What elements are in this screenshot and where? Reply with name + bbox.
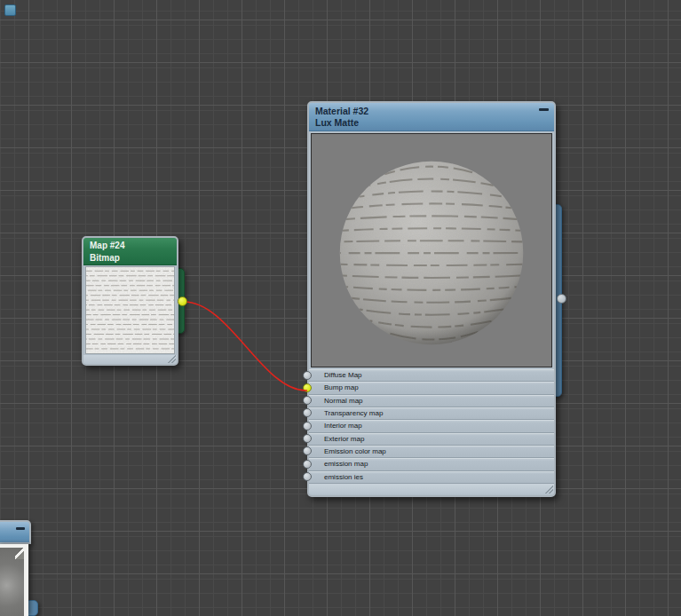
partial-node-output-tab[interactable] <box>28 600 38 616</box>
slot-label: Interior map <box>309 420 554 431</box>
input-socket[interactable] <box>303 422 312 430</box>
bitmap-node-subtitle: Bitmap <box>90 252 177 264</box>
bitmap-node-header[interactable]: Map #24 Bitmap <box>83 238 177 265</box>
input-socket[interactable] <box>303 460 312 469</box>
material-node-header[interactable]: Material #32 Lux Matte <box>309 103 554 131</box>
collapse-minus-icon[interactable] <box>539 108 549 111</box>
slot-label: Diffuse Map <box>309 369 554 381</box>
slot-label: Bump map <box>309 382 554 393</box>
input-socket[interactable] <box>303 371 312 380</box>
slot-label: Transparency map <box>309 407 554 419</box>
slot-emission-color-map[interactable]: Emission color map <box>309 446 554 458</box>
resize-grip-icon[interactable] <box>543 484 553 494</box>
material-output-socket[interactable] <box>557 294 566 304</box>
minimized-node-marker[interactable] <box>4 4 16 16</box>
slot-interior-map[interactable]: Interior map <box>309 420 554 432</box>
material-preview[interactable] <box>311 133 552 367</box>
slot-emission-ies[interactable]: emission ies <box>309 471 554 484</box>
material-node-footer <box>309 484 554 494</box>
input-socket-connected[interactable] <box>303 383 312 392</box>
material-node-subtitle: Lux Matte <box>315 117 554 129</box>
material-slot-list: Diffuse MapBump mapNormal mapTransparenc… <box>309 369 554 484</box>
brick-texture-image <box>86 267 174 353</box>
slot-label: Normal map <box>309 395 554 407</box>
slot-bump-map[interactable]: Bump map <box>309 382 554 394</box>
slot-transparency-map[interactable]: Transparency map <box>309 407 554 420</box>
partial-node-header[interactable] <box>0 520 31 544</box>
slot-diffuse-map[interactable]: Diffuse Map <box>309 369 554 382</box>
node-graph-canvas[interactable]: Material #32 Lux Matte <box>0 0 681 616</box>
slot-label: emission map <box>309 458 554 470</box>
bitmap-output-socket[interactable] <box>178 296 187 306</box>
slot-exterior-map[interactable]: Exterior map <box>309 433 554 446</box>
resize-grip-icon[interactable] <box>166 353 176 363</box>
bitmap-node-title: Map #24 <box>90 240 177 252</box>
material-sphere-preview <box>312 134 551 367</box>
partial-node-corner-notch <box>15 548 24 559</box>
material-node[interactable]: Material #32 Lux Matte <box>307 101 556 497</box>
bitmap-node-footer <box>83 355 177 364</box>
collapse-minus-icon[interactable] <box>16 527 25 530</box>
bitmap-texture-preview[interactable] <box>85 266 175 354</box>
slot-label: Exterior map <box>309 433 554 445</box>
slot-label: Emission color map <box>309 446 554 457</box>
slot-emission-map[interactable]: emission map <box>309 458 554 470</box>
material-node-title: Material #32 <box>315 105 554 117</box>
bitmap-node[interactable]: Map #24 Bitmap <box>82 236 178 366</box>
slot-label: emission ies <box>309 471 554 483</box>
bump-map-wire[interactable] <box>183 302 307 391</box>
slot-normal-map[interactable]: Normal map <box>309 395 554 407</box>
